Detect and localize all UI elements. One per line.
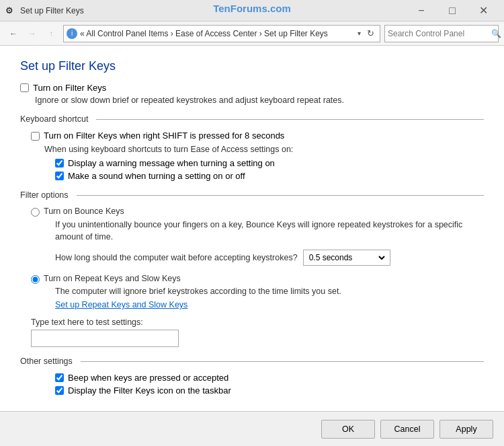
beep-checkbox[interactable] — [55, 373, 64, 382]
turn-on-filter-keys-checkbox[interactable] — [20, 83, 29, 92]
filter-keys-description: Ignore or slow down brief or repeated ke… — [35, 96, 484, 105]
apply-button[interactable]: Apply — [439, 420, 493, 439]
make-sound-row: Make a sound when turning a setting on o… — [55, 171, 484, 181]
repeat-description: The computer will ignore brief keystroke… — [55, 287, 484, 296]
address-dropdown-icon[interactable]: ▾ — [358, 30, 361, 37]
back-button[interactable]: ← — [5, 26, 22, 42]
minimize-button[interactable]: − — [406, 0, 437, 22]
display-warning-checkbox[interactable] — [55, 159, 64, 168]
when-using-label: When using keyboard shortcuts to turn Ea… — [44, 145, 484, 154]
turn-on-filter-keys-label[interactable]: Turn on Filter Keys — [33, 83, 106, 93]
shortcut-label[interactable]: Turn on Filter Keys when right SHIFT is … — [44, 131, 284, 141]
breadcrumb: « All Control Panel Items › Ease of Acce… — [80, 29, 355, 38]
refresh-button[interactable]: ↻ — [364, 27, 377, 40]
bounce-description: If you unintentionally bounce your finge… — [55, 219, 484, 243]
setup-repeat-link[interactable]: Set up Repeat Keys and Slow Keys — [55, 300, 484, 309]
display-warning-label[interactable]: Display a warning message when turning a… — [68, 158, 275, 168]
display-icon-row: Display the Filter Keys icon on the task… — [55, 385, 484, 396]
display-icon-checkbox[interactable] — [55, 386, 64, 395]
search-icon[interactable]: 🔍 — [491, 29, 501, 38]
repeat-keys-label[interactable]: Turn on Repeat Keys and Slow Keys — [44, 274, 181, 283]
filter-options-section: Filter options — [20, 190, 484, 200]
beep-label[interactable]: Beep when keys are pressed or accepted — [68, 373, 228, 383]
main-content: Set up Filter Keys Turn on Filter Keys I… — [0, 46, 504, 411]
shortcut-checkbox[interactable] — [31, 132, 40, 141]
maximize-button[interactable]: □ — [437, 0, 468, 22]
bounce-keys-row: Turn on Bounce Keys — [31, 207, 484, 217]
search-box[interactable]: 🔍 — [384, 25, 499, 42]
other-settings-section: Other settings — [20, 357, 484, 366]
make-sound-checkbox[interactable] — [55, 172, 64, 180]
title-bar: ⚙ Set up Filter Keys TenForums.com − □ ✕ — [0, 0, 504, 22]
address-bar[interactable]: i « All Control Panel Items › Ease of Ac… — [63, 25, 380, 42]
repeat-keys-row: Turn on Repeat Keys and Slow Keys — [31, 274, 484, 284]
howlong-select[interactable]: 0.5 seconds 1 second 2 seconds — [306, 252, 387, 263]
beep-row: Beep when keys are pressed or accepted — [55, 373, 484, 383]
bounce-keys-radio[interactable] — [31, 208, 40, 217]
test-label: Type text here to test settings: — [31, 318, 484, 327]
bounce-keys-label[interactable]: Turn on Bounce Keys — [44, 207, 124, 216]
ok-button[interactable]: OK — [321, 420, 375, 439]
cancel-button[interactable]: Cancel — [380, 420, 434, 439]
make-sound-label[interactable]: Make a sound when turning a setting on o… — [68, 171, 245, 181]
window-controls: − □ ✕ — [406, 0, 499, 22]
close-button[interactable]: ✕ — [468, 0, 499, 22]
window-title: Set up Filter Keys — [20, 6, 84, 15]
turn-on-filter-keys-row: Turn on Filter Keys — [20, 83, 484, 93]
keyboard-shortcut-section: Keyboard shortcut — [20, 114, 484, 124]
address-icon: i — [67, 28, 77, 39]
howlong-label: How long should the computer wait before… — [55, 253, 298, 262]
shortcut-checkbox-row: Turn on Filter Keys when right SHIFT is … — [31, 131, 484, 141]
up-button[interactable]: ↑ — [43, 26, 59, 42]
app-icon: ⚙ — [5, 5, 16, 16]
page-title: Set up Filter Keys — [20, 59, 484, 73]
test-input[interactable] — [31, 330, 179, 347]
search-input[interactable] — [388, 29, 489, 38]
nav-bar: ← → ↑ i « All Control Panel Items › Ease… — [0, 22, 504, 46]
footer: OK Cancel Apply — [0, 411, 504, 446]
howlong-dropdown[interactable]: 0.5 seconds 1 second 2 seconds — [303, 250, 390, 266]
display-warning-row: Display a warning message when turning a… — [55, 158, 484, 168]
howlong-row: How long should the computer wait before… — [55, 250, 484, 266]
forward-button[interactable]: → — [24, 26, 40, 42]
display-icon-label[interactable]: Display the Filter Keys icon on the task… — [68, 385, 231, 396]
repeat-keys-radio[interactable] — [31, 275, 40, 284]
